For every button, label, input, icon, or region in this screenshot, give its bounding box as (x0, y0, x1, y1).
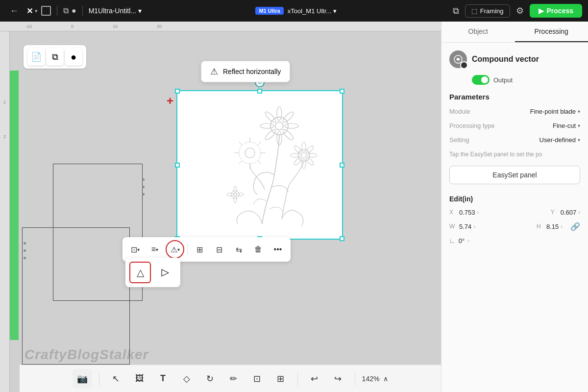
text-btn[interactable]: T (153, 369, 173, 389)
reflect-vertical-btn[interactable]: △ (155, 262, 176, 283)
fill-btn[interactable]: ● (65, 48, 82, 66)
w-field[interactable]: W 5.74 › (449, 223, 475, 230)
layers-btn[interactable]: ⧉ (46, 48, 64, 66)
angle-unit: › (467, 238, 469, 244)
selected-object[interactable]: ↻ (176, 90, 343, 240)
mirror-btn[interactable]: ⇆ (230, 241, 247, 258)
layers-btn[interactable]: ⧉ ● (63, 6, 76, 15)
setting-value[interactable]: User-defined ▾ (503, 136, 580, 144)
handle-br[interactable] (340, 236, 344, 241)
output-toggle[interactable] (472, 75, 490, 85)
undo-btn[interactable]: ↩ (305, 369, 324, 389)
ruler-label: 10 (113, 24, 118, 29)
canvas-area[interactable]: -10 0 10 20 2 2 (0, 22, 441, 392)
easyset-button[interactable]: EasySet panel (449, 166, 580, 184)
shape-btn[interactable]: ◇ (177, 369, 196, 389)
svg-line-27 (258, 161, 261, 164)
tab-object[interactable]: Object (441, 22, 515, 42)
framing-label: Framing (480, 7, 504, 15)
redo-btn[interactable]: ↪ (328, 369, 348, 389)
processing-type-label: Processing type (449, 122, 503, 129)
smart-icon: ⊡ (253, 373, 261, 384)
dot (24, 249, 26, 252)
mirror-icon: ⇆ (236, 245, 242, 254)
ruler-label: -10 (25, 24, 32, 29)
handle-lm[interactable] (175, 163, 180, 168)
dot (24, 242, 26, 245)
module-value-text: Fine-point blade (530, 108, 576, 115)
pen-btn[interactable]: ✏ (224, 369, 244, 389)
handle-rm[interactable] (340, 163, 344, 168)
distribute-btn[interactable]: ≡ ▾ (146, 241, 164, 258)
rotate-btn[interactable]: ↻ (200, 369, 220, 389)
device-selector[interactable]: xTool_M1 Ultr... ▾ (288, 7, 337, 15)
svg-point-30 (231, 191, 239, 198)
page-btn[interactable]: 📄 (27, 48, 45, 66)
more-icon: ••• (274, 245, 282, 254)
process-label: Process (547, 7, 573, 15)
document-rect-2 (22, 227, 130, 365)
handle-tl[interactable] (175, 89, 180, 94)
smart-btn[interactable]: ⊡ (247, 369, 267, 389)
svg-point-20 (239, 142, 261, 164)
reflect-horizontal-btn[interactable]: △ (129, 262, 151, 283)
process-button[interactable]: ▶ Process (530, 4, 582, 18)
w-label: W (449, 223, 457, 230)
svg-point-13 (302, 159, 306, 169)
svg-point-19 (293, 156, 303, 166)
crop-icon: ⊟ (216, 245, 222, 254)
more-btn[interactable]: ••• (269, 241, 287, 258)
processing-type-value[interactable]: Fine-cut ▾ (503, 122, 580, 129)
svg-point-15 (307, 153, 317, 157)
x-field[interactable]: X 0.753 › (449, 209, 479, 216)
reflect-tooltip: ⚠ Reflect horizontally (201, 61, 290, 82)
camera-btn[interactable]: 📷 (73, 369, 92, 389)
main-layout: -10 0 10 20 2 2 (0, 22, 588, 392)
processing-type-row: Processing type Fine-cut ▾ (449, 122, 580, 129)
align-btn[interactable]: ⊡ ▾ (126, 241, 144, 258)
gear-button[interactable]: ⚙ (514, 3, 526, 18)
svg-line-29 (239, 161, 242, 164)
w-unit: › (473, 223, 475, 229)
handle-tm[interactable] (257, 89, 262, 94)
compound-icon (449, 50, 467, 68)
y-field[interactable]: Y 0.607 › (551, 209, 580, 216)
h-field[interactable]: H 8.15 › (537, 223, 563, 230)
copy-button[interactable]: ⧉ (451, 4, 461, 18)
module-value[interactable]: Fine-point blade ▾ (503, 108, 580, 115)
process-icon: ▶ (539, 7, 544, 15)
tab-processing[interactable]: Processing (515, 22, 588, 42)
lock-icon[interactable]: 🔗 (570, 222, 580, 231)
zoom-control[interactable]: 142% ∧ (362, 375, 389, 383)
title-chevron: ▾ (138, 7, 142, 15)
grid-btn[interactable]: ⊞ (271, 369, 291, 389)
crop-btn[interactable]: ⊟ (210, 241, 228, 258)
align-chevron: ▾ (137, 247, 140, 252)
panel-tabs: Object Processing (441, 22, 588, 43)
flip-btn[interactable]: ⚠ ▾ (166, 240, 184, 259)
ruler-left: 2 2 (0, 31, 10, 392)
x-unit: › (477, 209, 479, 215)
wh-row: W 5.74 › H 8.15 › 🔗 (449, 222, 580, 231)
framing-button[interactable]: ⬚ Framing (465, 4, 510, 18)
canvas-content[interactable]: ↻ (10, 31, 441, 392)
cursor-icon: ↖ (112, 373, 120, 384)
add-image-btn[interactable]: 🖼 (130, 369, 149, 389)
compound-title: Compound vector (472, 55, 539, 64)
svg-point-35 (237, 193, 244, 196)
processing-type-chevron: ▾ (578, 123, 580, 128)
group-btn[interactable]: ⊞ (191, 241, 208, 258)
window-icon[interactable] (41, 6, 51, 16)
svg-point-16 (293, 145, 303, 154)
y-value: 0.607 (561, 209, 577, 216)
dot (24, 257, 26, 259)
svg-point-33 (234, 196, 237, 203)
app-menu[interactable]: ✕ ▾ (26, 6, 37, 16)
cursor-btn[interactable]: ↖ (106, 369, 126, 389)
delete-btn[interactable]: 🗑 (249, 241, 267, 258)
svg-point-8 (282, 110, 295, 123)
document-title[interactable]: M1Ultra-Untitl... ▾ (89, 7, 142, 15)
handle-tr[interactable] (340, 89, 344, 94)
dot (142, 193, 145, 196)
back-button[interactable]: ← (6, 4, 23, 18)
